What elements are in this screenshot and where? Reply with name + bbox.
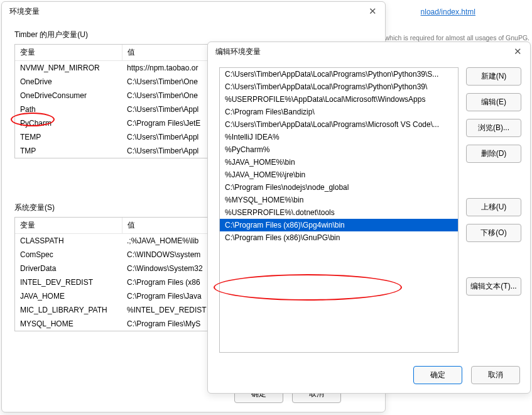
col-variable[interactable]: 变量 [15,45,122,61]
var-name: Path [15,102,122,116]
cancel-button[interactable]: 取消 [471,366,520,384]
list-item[interactable]: %MYSQL_HOME%\bin [220,194,458,206]
list-item[interactable]: %JAVA_HOME%\jre\bin [220,169,458,181]
close-icon[interactable]: ✕ [511,46,524,57]
var-name: DriverData [15,262,122,275]
list-item[interactable]: C:\Program Files (x86)\Gpg4win\bin [220,219,458,231]
edit-dialog-footer: 确定 取消 [413,366,520,384]
browse-button[interactable]: 浏览(B)... [466,119,521,137]
move-down-button[interactable]: 下移(O) [466,224,521,242]
var-name: CLASSPATH [15,234,122,248]
move-up-button[interactable]: 上移(U) [466,198,521,216]
list-item[interactable]: C:\Program Files\Bandizip\ [220,106,458,118]
list-item[interactable]: C:\Users\Timber\AppData\Local\Programs\P… [220,80,458,93]
col-variable[interactable]: 变量 [15,218,122,234]
edit-env-var-dialog: 编辑环境变量 ✕ C:\Users\Timber\AppData\Local\P… [207,42,531,394]
new-button[interactable]: 新建(N) [466,67,521,86]
edit-dialog-title: 编辑环境变量 [215,47,261,57]
ok-button[interactable]: 确定 [413,366,462,384]
list-item[interactable]: C:\Users\Timber\AppData\Local\Programs\M… [220,118,458,131]
bg-link[interactable]: nload/index.html [421,8,475,16]
var-name: JAVA_HOME [15,289,122,303]
close-icon[interactable]: ✕ [366,6,379,17]
edit-text-button[interactable]: 编辑文本(T)... [466,277,521,296]
list-item[interactable]: %IntelliJ IDEA% [220,131,458,143]
list-item[interactable]: %USERPROFILE%\.dotnet\tools [220,206,458,219]
edit-button[interactable]: 编辑(E) [466,93,521,111]
env-dialog-title: 环境变量 [9,6,40,17]
var-name: ComSpec [15,248,122,262]
var-name: OneDriveConsumer [15,89,122,102]
path-list[interactable]: C:\Users\Timber\AppData\Local\Programs\P… [219,67,459,353]
user-vars-label: Timber 的用户变量(U) [14,30,375,40]
list-item[interactable]: %USERPROFILE%\AppData\Local\Microsoft\Wi… [220,93,458,106]
var-name: MYSQL_HOME [15,317,122,331]
list-item[interactable]: %JAVA_HOME%\bin [220,156,458,169]
list-item[interactable]: C:\Program Files (x86)\GnuPG\bin [220,231,458,244]
list-item[interactable]: C:\Program Files\nodejs\node_global [220,181,458,194]
var-name: OneDrive [15,75,122,89]
env-dialog-titlebar: 环境变量 ✕ [2,2,385,21]
var-name: PyCharm [15,116,122,130]
var-name: TMP [15,144,122,158]
list-item[interactable]: C:\Users\Timber\AppData\Local\Programs\P… [220,68,458,80]
edit-dialog-titlebar: 编辑环境变量 ✕ [208,42,530,61]
var-name: NVMW_NPM_MIRROR [15,61,122,75]
delete-button[interactable]: 删除(D) [466,145,521,163]
list-item[interactable]: %PyCharm% [220,143,458,156]
var-name: INTEL_DEV_REDIST [15,275,122,289]
var-name: MIC_LD_LIBRARY_PATH [15,303,122,317]
var-name: TEMP [15,130,122,144]
button-column: 新建(N) 编辑(E) 浏览(B)... 删除(D) 上移(U) 下移(O) 编… [466,67,521,353]
